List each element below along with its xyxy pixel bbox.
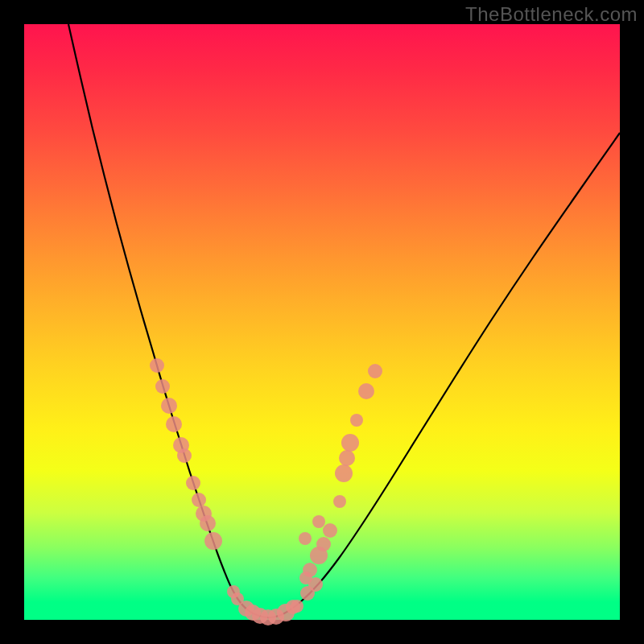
data-dot: [291, 600, 303, 613]
watermark-text: TheBottleneck.com: [465, 3, 638, 26]
bottleneck-curve: [68, 24, 620, 617]
data-dot: [333, 495, 346, 508]
data-dot: [192, 493, 206, 507]
data-dot: [299, 532, 312, 545]
data-dot: [150, 358, 164, 373]
data-dot: [186, 476, 200, 490]
data-dot: [155, 379, 170, 394]
data-dot: [339, 450, 355, 466]
scatter-dots: [150, 358, 382, 625]
data-dot: [312, 515, 325, 528]
data-dot: [204, 532, 222, 550]
data-dot: [161, 398, 177, 414]
data-dot: [299, 572, 312, 584]
chart-frame: TheBottleneck.com: [0, 0, 644, 644]
data-dot: [200, 515, 216, 531]
data-dot: [368, 364, 382, 378]
data-dot: [335, 464, 353, 482]
curve-svg: [24, 24, 620, 620]
data-dot: [341, 434, 359, 452]
data-dot: [323, 523, 337, 538]
data-dot: [166, 416, 182, 432]
data-dot: [350, 414, 363, 427]
data-dot: [316, 537, 331, 551]
data-dot: [358, 383, 374, 399]
plot-area: [24, 24, 620, 620]
data-dot: [177, 448, 192, 463]
